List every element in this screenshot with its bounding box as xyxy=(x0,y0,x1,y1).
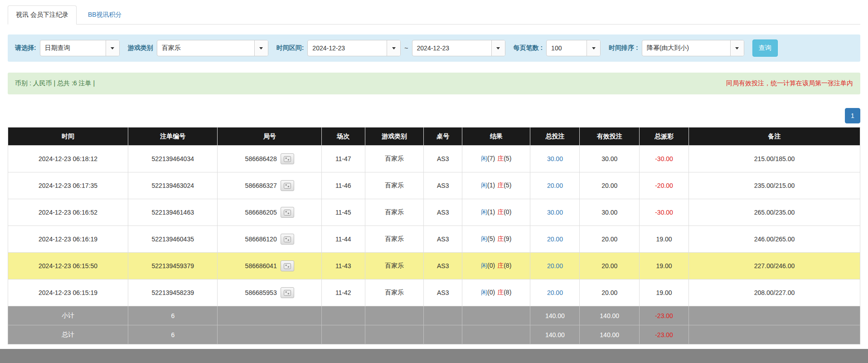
summary-row: 总计6140.00140.00-23.00 xyxy=(8,325,860,344)
cell-total-bet[interactable]: 30.00 xyxy=(530,199,580,226)
date-to-select[interactable]: 2024-12-23 xyxy=(412,40,505,56)
cell-table-no: AS3 xyxy=(424,253,462,280)
cell-bet-id: 522139463024 xyxy=(128,172,218,199)
tab-bb-points[interactable]: BB视讯积分 xyxy=(80,6,130,24)
replay-icon xyxy=(284,263,291,269)
table-body: 2024-12-23 06:18:12522139464034586686428… xyxy=(8,146,860,306)
cell-result: 闲(0)庄(8) xyxy=(462,280,530,306)
cell-total-bet[interactable]: 20.00 xyxy=(530,253,580,280)
banker-result-score: (8) xyxy=(504,289,511,296)
bet-records-table: 时间注单编号局号场次游戏类别桌号结果总投注有效投注总派彩备注 2024-12-2… xyxy=(8,127,860,344)
player-result-score: (7) xyxy=(487,155,495,162)
date-mode-select[interactable]: 日期查询 xyxy=(40,40,120,56)
cell-total-bet[interactable]: 20.00 xyxy=(530,226,580,253)
player-result-label: 闲 xyxy=(481,182,487,189)
cell-bet-id: 522139460435 xyxy=(128,226,218,253)
caret-down-icon[interactable] xyxy=(491,40,505,56)
banker-result-label: 庄 xyxy=(497,289,504,296)
summary-label: 小计 xyxy=(8,306,128,325)
cell-time: 2024-12-23 06:15:50 xyxy=(8,253,128,280)
cell-result: 闲(1)庄(5) xyxy=(462,172,530,199)
filter-bar: 请选择: 日期查询 游戏类别 百家乐 时间区间: 2024-12-23 ~ 20… xyxy=(8,34,860,62)
cell-round: 586686327 xyxy=(218,172,321,199)
column-header: 总投注 xyxy=(530,128,580,146)
round-replay-button[interactable] xyxy=(281,153,294,164)
caret-down-icon[interactable] xyxy=(254,40,268,56)
summary-empty-cell xyxy=(218,325,321,344)
cell-bet-id: 522139461463 xyxy=(128,199,218,226)
cell-session: 11-44 xyxy=(321,226,365,253)
cell-result: 闲(1)庄(0) xyxy=(462,199,530,226)
round-id: 586686205 xyxy=(245,209,277,216)
column-header: 注单编号 xyxy=(128,128,218,146)
cell-time: 2024-12-23 06:18:12 xyxy=(8,146,128,172)
summary-empty-cell xyxy=(321,306,365,325)
banker-result-label: 庄 xyxy=(497,235,504,242)
date-from-select[interactable]: 2024-12-23 xyxy=(307,40,401,56)
caret-down-icon[interactable] xyxy=(387,40,400,56)
cell-total-bet[interactable]: 30.00 xyxy=(530,146,580,172)
round-replay-button[interactable] xyxy=(281,234,294,245)
date-mode-value: 日期查询 xyxy=(40,40,106,56)
select-label: 请选择: xyxy=(15,44,36,52)
table-row: 2024-12-23 06:18:12522139464034586686428… xyxy=(8,146,860,172)
cell-round: 586686428 xyxy=(218,146,321,172)
cell-valid-bet: 20.00 xyxy=(580,253,640,280)
cell-result: 闲(0)庄(8) xyxy=(462,253,530,280)
summary-empty-cell xyxy=(689,306,860,325)
round-id: 586686327 xyxy=(245,182,277,189)
cell-result: 闲(5)庄(9) xyxy=(462,226,530,253)
table-row: 2024-12-23 06:15:19522139458239586685953… xyxy=(8,280,860,306)
caret-down-icon[interactable] xyxy=(106,40,119,56)
cell-total-bet[interactable]: 20.00 xyxy=(530,172,580,199)
page-size-value: 100 xyxy=(547,40,587,56)
cell-time: 2024-12-23 06:16:52 xyxy=(8,199,128,226)
round-replay-button[interactable] xyxy=(281,260,294,271)
summary-empty-cell xyxy=(462,325,530,344)
banker-result-label: 庄 xyxy=(497,262,504,269)
round-id: 586686041 xyxy=(245,262,277,270)
replay-icon xyxy=(284,290,291,296)
caret-down-icon[interactable] xyxy=(587,40,600,56)
game-type-select[interactable]: 百家乐 xyxy=(157,40,268,56)
page: 视讯 会员下注纪录 BB视讯积分 请选择: 日期查询 游戏类别 百家乐 时间区间… xyxy=(0,0,868,349)
game-type-value: 百家乐 xyxy=(157,40,254,56)
round-replay-button[interactable] xyxy=(281,207,294,218)
cell-payout: 19.00 xyxy=(640,253,689,280)
cell-payout: 19.00 xyxy=(640,226,689,253)
round-replay-button[interactable] xyxy=(281,180,294,191)
page-size-select[interactable]: 100 xyxy=(546,40,601,56)
round-replay-button[interactable] xyxy=(281,287,294,298)
round-id: 586686120 xyxy=(245,235,277,243)
cell-game-type: 百家乐 xyxy=(365,199,424,226)
cell-round: 586685953 xyxy=(218,280,321,306)
banker-result-score: (9) xyxy=(504,235,511,242)
cell-total-bet[interactable]: 20.00 xyxy=(530,280,580,306)
summary-count: 6 xyxy=(128,306,218,325)
cell-game-type: 百家乐 xyxy=(365,146,424,172)
player-result-score: (1) xyxy=(487,182,495,189)
summary-note: 同局有效投注，统一计算在该局第一张注单内 xyxy=(726,79,853,88)
cell-remark: 208.00/227.00 xyxy=(689,280,860,306)
search-button[interactable]: 查询 xyxy=(752,39,778,57)
player-result-score: (0) xyxy=(487,289,495,296)
player-result-score: (1) xyxy=(487,208,495,216)
caret-down-icon[interactable] xyxy=(730,40,744,56)
page-1-button[interactable]: 1 xyxy=(845,108,860,123)
cell-time: 2024-12-23 06:16:19 xyxy=(8,226,128,253)
summary-empty-cell xyxy=(424,325,462,344)
tab-betting-records[interactable]: 视讯 会员下注纪录 xyxy=(8,5,77,25)
table-row: 2024-12-23 06:16:52522139461463586686205… xyxy=(8,199,860,226)
summary-label: 总计 xyxy=(8,325,128,344)
cell-remark: 215.00/185.00 xyxy=(689,146,860,172)
filter-group-date-range: 时间区间: 2024-12-23 ~ 2024-12-23 xyxy=(276,40,505,56)
cell-game-type: 百家乐 xyxy=(365,226,424,253)
summary-payout: -23.00 xyxy=(640,306,689,325)
cell-session: 11-47 xyxy=(321,146,365,172)
player-result-label: 闲 xyxy=(481,208,487,216)
cell-valid-bet: 20.00 xyxy=(580,226,640,253)
date-to-value: 2024-12-23 xyxy=(412,40,491,56)
sort-select[interactable]: 降幂(由大到小) xyxy=(642,40,744,56)
cell-game-type: 百家乐 xyxy=(365,172,424,199)
summary-count: 6 xyxy=(128,325,218,344)
